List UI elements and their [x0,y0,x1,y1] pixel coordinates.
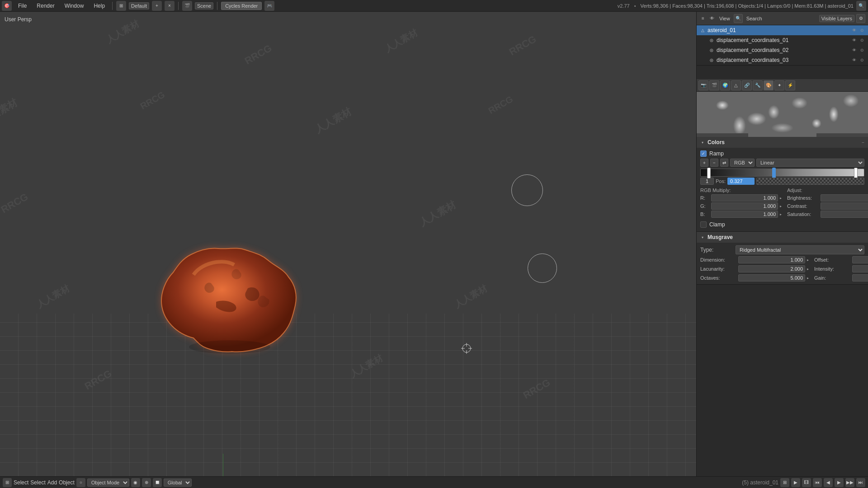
window-menu[interactable]: Window [61,2,88,10]
color-swatch-bar[interactable] [756,178,864,185]
b-arrow-icon[interactable]: ▸ [780,212,782,216]
remove-workspace-icon[interactable]: × [165,1,175,11]
render-props-btn[interactable]: 📷 [698,80,708,90]
shading-dropdown[interactable]: Global Local [164,479,192,487]
ramp-handle-right[interactable] [854,168,858,178]
visible-layers-dropdown[interactable]: Visible Layers [819,15,854,22]
dimension-field[interactable] [738,256,805,263]
mode-icon[interactable]: ○ [76,478,85,487]
colors-section-header[interactable]: ▾ Colors − [697,137,868,148]
ramp-remove-btn[interactable]: − [710,159,718,167]
lacunarity-field[interactable] [738,265,805,272]
outliner-item-disp2[interactable]: ◎ displacement_coordinates_02 👁 ⊙ [697,45,868,55]
constraint-btn[interactable]: 🔗 [742,80,752,90]
mode-dropdown[interactable]: Object Mode Edit Mode [87,479,129,487]
texture-scrollbar-thumb[interactable] [748,133,817,137]
ramp-bar[interactable] [700,169,864,177]
ramp-swap-btn[interactable]: ⇄ [720,159,728,167]
view-label[interactable]: Select [14,479,28,486]
scene-props-btn[interactable]: 🎬 [709,80,719,90]
octaves-arrow[interactable]: ▸ [807,276,809,280]
outliner-item-asteroid[interactable]: △ asteroid_01 👁 ⊙ [697,25,868,35]
editor-type-icon[interactable]: ⊞ [116,1,126,11]
help-menu[interactable]: Help [90,2,108,10]
shading-icon[interactable]: ◉ [131,478,140,487]
g-arrow-icon[interactable]: ▸ [780,204,782,208]
world-props-btn[interactable]: 🌍 [720,80,730,90]
outliner-item-disp3[interactable]: ◎ displacement_coordinates_03 👁 ⊙ [697,55,868,65]
sphere-object-2[interactable] [528,253,557,283]
eye-icon-disp2[interactable]: 👁 [851,47,857,53]
scene-dropdown[interactable]: Scene [195,2,213,9]
ramp-checkbox[interactable]: ✓ [700,150,707,157]
clamp-checkbox[interactable] [700,221,707,228]
camera-restrict-icon-disp1[interactable]: ⊙ [859,37,865,43]
modifier-btn[interactable]: 🔧 [753,80,763,90]
render-icon[interactable]: 🎮 [264,1,274,11]
search-btn[interactable]: 🔍 [856,1,866,11]
sphere-object-1[interactable] [511,174,543,206]
render-engine-btn[interactable]: Cycles Render [221,2,262,10]
viewport[interactable]: User Persp RRCG 人人素材 RRCG 人人素材 RRCG 人人素材… [0,12,696,476]
timeline-icon[interactable]: ▶ [791,478,800,487]
dimension-arrow[interactable]: ▸ [807,258,809,262]
brightness-field[interactable] [821,194,868,202]
camera-restrict-icon-asteroid[interactable]: ⊙ [859,27,865,33]
view-menu[interactable]: View [717,15,732,22]
interpolation-select[interactable]: Linear Ease B-Spline [756,159,864,167]
add-workspace-icon[interactable]: + [152,1,162,11]
particles-btn[interactable]: ✦ [774,80,784,90]
camera-restrict-icon-disp2[interactable]: ⊙ [859,47,865,53]
playback-icon[interactable]: ⏮ [813,478,822,487]
r-field[interactable] [711,194,778,202]
colors-pin-icon[interactable]: − [862,140,864,145]
texture-scrollbar[interactable] [697,133,868,137]
snap-icon[interactable]: 🔲 [153,478,162,487]
playback-rev-icon[interactable]: ◀ [824,478,833,487]
view-icon[interactable]: 👁 [708,15,716,22]
eye-icon-disp1[interactable]: 👁 [851,37,857,43]
musgrave-type-select[interactable]: Ridged Multifractal Multifractal Hybrid … [736,245,864,254]
r-arrow-icon[interactable]: ▸ [780,196,782,200]
playback-end-icon[interactable]: ⏭ [856,478,865,487]
camera-restrict-icon-disp3[interactable]: ⊙ [859,57,865,63]
contrast-field[interactable] [821,202,868,210]
pivot-icon[interactable]: ⊕ [142,478,151,487]
offset-field[interactable] [852,256,868,263]
ramp-index-field[interactable] [700,178,714,185]
g-field[interactable] [711,202,778,210]
render-anim-icon[interactable]: 🎞 [802,478,811,487]
octaves-field[interactable] [738,274,805,282]
ramp-handle-left[interactable] [707,168,711,178]
select-label[interactable]: Select [30,479,45,486]
search-btn-outliner[interactable]: 🔍 [734,14,743,23]
texture-btn[interactable]: 🎨 [764,80,774,90]
object-props-btn[interactable]: △ [731,80,741,90]
gain-field[interactable] [852,274,868,282]
render-menu[interactable]: Render [33,2,58,10]
saturation-field[interactable] [821,211,868,218]
outliner-item-disp1[interactable]: ◎ displacement_coordinates_01 👁 ⊙ [697,35,868,45]
add-label[interactable]: Add [47,479,57,486]
file-menu[interactable]: File [14,2,30,10]
asteroid-object[interactable] [139,230,320,374]
ramp-add-btn[interactable]: + [700,159,708,167]
viewport-type-icon[interactable]: ⊞ [3,478,12,487]
eye-icon-disp3[interactable]: 👁 [851,57,857,63]
eye-icon-asteroid[interactable]: 👁 [851,27,857,33]
object-label[interactable]: Object [59,479,75,486]
playback-play-icon[interactable]: ▶ [835,478,844,487]
physics-btn[interactable]: ⚡ [785,80,795,90]
workspace-dropdown[interactable]: Default [129,2,149,9]
pos-field[interactable] [727,178,755,185]
search-label[interactable]: Search [745,15,764,22]
frame-icon[interactable]: ⊞ [780,478,789,487]
ramp-handle-selected[interactable] [772,168,776,178]
3d-cursor[interactable] [461,343,472,356]
lacunarity-arrow[interactable]: ▸ [807,267,809,271]
b-field[interactable] [711,211,778,218]
outliner-settings-btn[interactable]: ⚙ [856,14,865,23]
color-mode-select[interactable]: RGB HSV HSL [730,159,755,167]
playback-fwd-icon[interactable]: ▶▶ [845,478,854,487]
scene-editor-icon[interactable]: 🎬 [182,1,192,11]
